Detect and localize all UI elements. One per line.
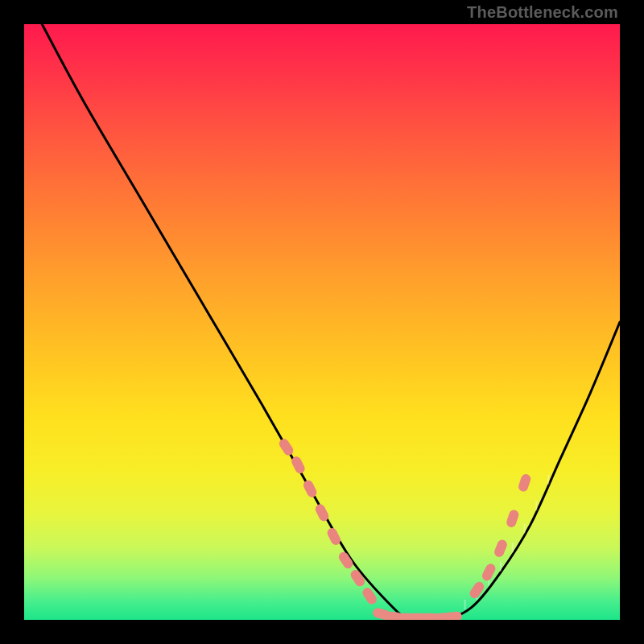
highlight-dot [444,611,462,620]
highlight-dot [506,509,520,529]
highlight-dots [278,437,532,620]
chart-frame: TheBottleneck.com [0,0,644,644]
highlight-dot [302,479,319,499]
watermark-label: TheBottleneck.com [467,3,618,22]
highlight-dot [517,473,531,493]
gradient-plot-area [24,24,620,620]
highlight-dot [278,437,295,457]
highlight-dot [349,568,366,588]
curve-overlay [24,24,620,620]
highlight-dot [493,539,508,559]
